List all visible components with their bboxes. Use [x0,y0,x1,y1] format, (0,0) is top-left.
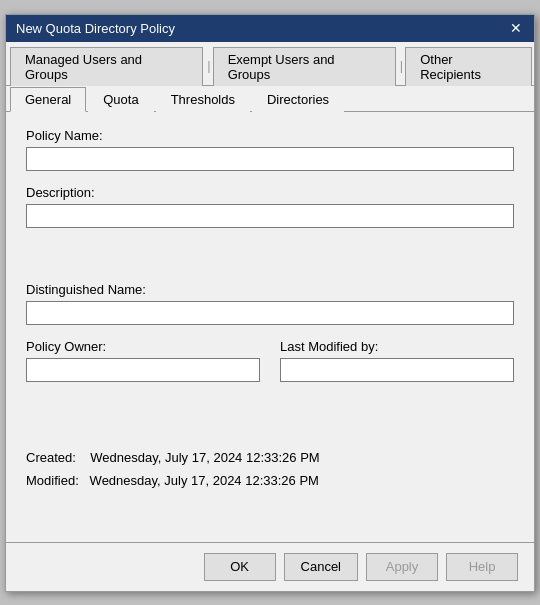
button-bar: OK Cancel Apply Help [6,542,534,591]
created-label: Created: [26,450,76,465]
tab-managed-users[interactable]: Managed Users and Groups [10,47,203,86]
tab-general[interactable]: General [10,87,86,112]
distinguished-name-label: Distinguished Name: [26,282,514,297]
title-bar: New Quota Directory Policy ✕ [6,15,534,42]
description-group: Description: [26,185,514,228]
description-input[interactable] [26,204,514,228]
policy-owner-input[interactable] [26,358,260,382]
content-area: Policy Name: Description: Distinguished … [6,112,534,542]
distinguished-name-group: Distinguished Name: [26,282,514,325]
distinguished-name-input[interactable] [26,301,514,325]
created-timestamp: Created: Wednesday, July 17, 2024 12:33:… [26,446,514,469]
close-button[interactable]: ✕ [508,21,524,35]
policy-name-group: Policy Name: [26,128,514,171]
tab-row-1: Managed Users and Groups | Exempt Users … [6,42,534,86]
policy-name-input[interactable] [26,147,514,171]
tab-quota[interactable]: Quota [88,87,153,112]
tab-directories[interactable]: Directories [252,87,344,112]
last-modified-input[interactable] [280,358,514,382]
separator-1: | [205,54,212,77]
tab-row-2: General Quota Thresholds Directories [6,86,534,112]
policy-owner-label: Policy Owner: [26,339,260,354]
modified-value: Wednesday, July 17, 2024 12:33:26 PM [90,473,319,488]
dialog-title: New Quota Directory Policy [16,21,175,36]
spacer [26,242,514,282]
last-modified-group: Last Modified by: [280,339,514,382]
timestamps: Created: Wednesday, July 17, 2024 12:33:… [26,446,514,493]
tab-exempt-users[interactable]: Exempt Users and Groups [213,47,396,86]
separator-2: | [398,54,405,77]
apply-button[interactable]: Apply [366,553,438,581]
last-modified-label: Last Modified by: [280,339,514,354]
dialog-window: New Quota Directory Policy ✕ Managed Use… [5,14,535,592]
modified-label: Modified: [26,473,79,488]
help-button[interactable]: Help [446,553,518,581]
cancel-button[interactable]: Cancel [284,553,358,581]
modified-timestamp: Modified: Wednesday, July 17, 2024 12:33… [26,469,514,492]
tab-other-recipients[interactable]: Other Recipients [405,47,532,86]
ok-button[interactable]: OK [204,553,276,581]
created-value: Wednesday, July 17, 2024 12:33:26 PM [90,450,319,465]
owner-modified-row: Policy Owner: Last Modified by: [26,339,514,396]
tab-thresholds[interactable]: Thresholds [156,87,250,112]
policy-name-label: Policy Name: [26,128,514,143]
spacer2 [26,396,514,436]
description-label: Description: [26,185,514,200]
policy-owner-group: Policy Owner: [26,339,260,382]
